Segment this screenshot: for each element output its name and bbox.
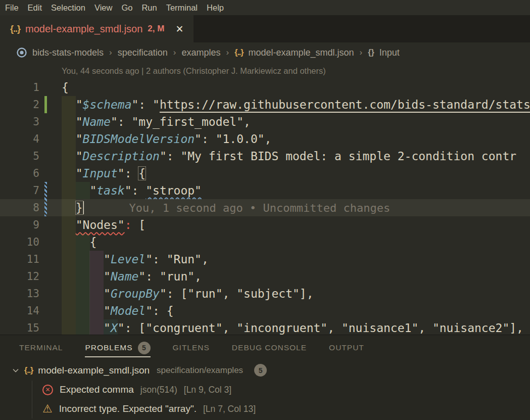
close-icon[interactable]: ✕ [175,23,183,35]
code-segment: ["congruent", "incongruent", "nuisance1"… [138,321,523,335]
menu-item-go[interactable]: Go [117,3,137,13]
code-text: { [62,234,97,251]
breadcrumb-item-examples[interactable]: examples [181,48,220,58]
menu-item-selection[interactable]: Selection [46,3,90,13]
menu-item-file[interactable]: File [1,3,23,13]
code-content[interactable]: 1{2 "$schema": "https://raw.githubuserco… [0,79,530,335]
error-icon: ✕ [42,385,53,395]
json-file-icon: {..} [24,366,33,375]
code-text: { [62,79,69,96]
code-segment: " [62,150,83,163]
chevron-right-icon: › [359,48,363,58]
breadcrumb-item-specification[interactable]: specification [118,48,168,58]
code-line-7[interactable]: 7 "task": "stroop" [0,182,530,199]
code-segment: ": " [131,98,159,111]
code-text: "X": ["congruent", "incongruent", "nuisa… [62,319,523,335]
gitlens-inline-blame: You, 1 second ago • Uncommitted changes [84,202,391,214]
line-number[interactable]: 14 [0,302,39,319]
code-line-6[interactable]: 6 "Input": { [0,165,530,182]
code-line-12[interactable]: 12 "Name": "run", [0,268,530,285]
line-number[interactable]: 11 [0,251,39,268]
problems-file-name: model-example_smdl.json [38,365,150,376]
panel-tab-debug-console[interactable]: DEBUG CONSOLE [232,335,307,360]
chevron-down-icon[interactable] [12,367,19,374]
panel-tab-problems[interactable]: PROBLEMS 5 [85,335,150,360]
line-number[interactable]: 7 [0,182,39,199]
tab-model-example-json[interactable]: {..} model-example_smdl.json 2, M ✕ [0,15,194,42]
line-number[interactable]: 8 [0,199,39,216]
line-number[interactable]: 1 [0,79,39,96]
json-file-icon: {..} [10,24,20,34]
line-number[interactable]: 3 [0,113,39,130]
gutter-added-marker[interactable] [44,96,47,113]
line-number[interactable]: 6 [0,165,39,182]
line-number[interactable]: 5 [0,148,39,165]
panel-tab-label: GITLENS [173,343,210,352]
problem-row-error[interactable]: ✕ Expected comma json(514) [Ln 9, Col 3] [0,380,530,399]
code-segment: "Run", [167,253,209,266]
line-number[interactable]: 2 [0,96,39,113]
code-line-13[interactable]: 13 "GroupBy": ["run", "subject"], [0,285,530,302]
code-text: "Input": { [62,165,146,182]
code-segment: : [125,218,132,231]
line-number[interactable]: 10 [0,234,39,251]
bottom-panel: TERMINAL PROBLEMS 5 GITLENS DEBUG CONSOL… [0,335,530,420]
code-line-5[interactable]: 5 "Description": "My first BIDS model: a… [0,148,530,165]
code-text: "$schema": "https://raw.githubuserconten… [62,96,530,113]
breadcrumb-item-file[interactable]: model-example_smdl.json [249,48,354,58]
problem-row-warning[interactable]: ⚠ Incorrect type. Expected "array". [Ln … [0,399,530,418]
code-line-11[interactable]: 11 "Level": "Run", [0,251,530,268]
menu-item-help[interactable]: Help [202,3,228,13]
problems-file-count-badge: 5 [254,364,267,377]
code-segment: } [76,201,83,214]
tab-problems-modified-badge: 2, M [148,24,164,34]
code-text: "GroupBy": ["run", "subject"], [62,285,314,302]
chevron-right-icon: › [173,48,177,58]
warning-icon: ⚠ [42,403,53,414]
menu-item-terminal[interactable]: Terminal [162,3,202,13]
code-line-4[interactable]: 4 "BIDSModelVersion": "1.0.0", [0,130,530,148]
code-segment: "My first BIDS model: a simple 2-conditi… [180,150,516,163]
code-text: "Name": "my_first_model", [62,113,251,130]
code-segment: Name [111,270,138,283]
gutter-modified-marker[interactable] [44,199,47,216]
line-number[interactable]: 12 [0,268,39,285]
code-line-14[interactable]: 14 "Model": { [0,302,530,319]
code-segment: [ [132,218,146,231]
code-segment: " [62,132,83,146]
breadcrumb-item-repo[interactable]: bids-stats-models [32,48,104,58]
code-segment: X [111,321,118,335]
warning-squiggle-text: "stroop" [146,184,202,197]
problem-message: Expected comma [60,384,134,395]
code-segment: { [62,81,69,94]
code-line-9[interactable]: 9 "Nodes": [ [0,216,530,234]
line-number[interactable]: 9 [0,216,39,234]
codelens-authors-link[interactable]: You, 44 seconds ago | 2 authors (Christo… [62,66,326,76]
gutter-modified-marker[interactable] [44,182,47,199]
problems-file-group[interactable]: {..} model-example_smdl.json specificati… [0,360,530,380]
code-line-1[interactable]: 1{ [0,79,530,96]
code-segment: ["run", "subject"], [180,287,313,300]
code-line-10[interactable]: 10 { [0,234,530,251]
editor[interactable]: bids-stats-models › specification › exam… [0,42,530,335]
code-line-3[interactable]: 3 "Name": "my_first_model", [0,113,530,130]
code-line-15[interactable]: 15 "X": ["congruent", "incongruent", "nu… [0,319,530,335]
code-line-8[interactable]: 8 }You, 1 second ago • Uncommitted chang… [0,199,530,216]
panel-tab-terminal[interactable]: TERMINAL [19,335,63,360]
line-number[interactable]: 4 [0,130,39,148]
menu-item-edit[interactable]: Edit [23,3,46,13]
code-segment: Description [83,150,160,163]
code-line-2[interactable]: 2 "$schema": "https://raw.githubusercont… [0,96,530,113]
breadcrumb-item-input-symbol[interactable]: Input [379,48,400,58]
menu-item-run[interactable]: Run [137,3,161,13]
code-segment: https://raw.githubusercontent.com/bids-s… [160,98,530,111]
panel-tab-gitlens[interactable]: GITLENS [173,335,210,360]
line-number[interactable]: 13 [0,285,39,302]
code-segment: ": [138,270,160,283]
code-segment: ": [111,115,132,128]
code-segment: { [138,167,146,180]
line-number[interactable]: 15 [0,319,39,335]
panel-tab-output[interactable]: OUTPUT [329,335,364,360]
code-segment: ": [118,167,139,180]
menu-item-view[interactable]: View [90,3,117,13]
